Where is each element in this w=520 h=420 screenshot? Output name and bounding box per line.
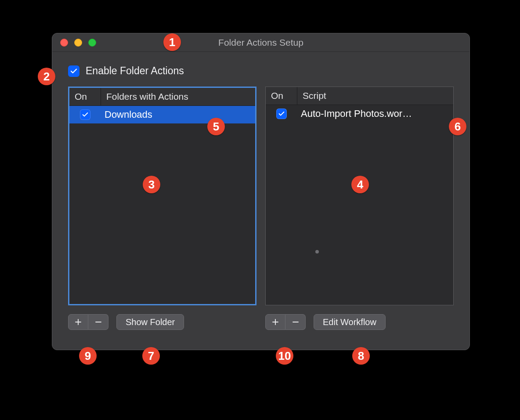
scripts-header: On Script	[266, 87, 453, 105]
callout-6: 6	[449, 118, 466, 135]
edit-workflow-button[interactable]: Edit Workflow	[314, 314, 386, 330]
window-controls	[52, 39, 96, 47]
scripts-list-body: Auto-Import Photos.wor…	[266, 105, 453, 305]
panel-resize-handle[interactable]	[315, 250, 319, 253]
scripts-panel: On Script Auto-Import Photos.wor…	[265, 87, 454, 338]
close-icon[interactable]	[60, 39, 68, 47]
enable-folder-actions-checkbox[interactable]	[68, 65, 79, 77]
titlebar[interactable]: Folder Actions Setup	[52, 33, 469, 52]
callout-10: 10	[276, 347, 293, 365]
folders-add-button[interactable]	[68, 314, 88, 330]
scripts-row[interactable]: Auto-Import Photos.wor…	[266, 105, 453, 123]
folders-row-checkbox[interactable]	[80, 109, 90, 120]
folders-header-main[interactable]: Folders with Actions	[101, 88, 255, 105]
folders-row-name: Downloads	[101, 109, 255, 120]
scripts-listbox[interactable]: On Script Auto-Import Photos.wor…	[265, 87, 454, 305]
folders-header: On Folders with Actions	[69, 88, 255, 106]
folders-add-remove	[68, 314, 108, 330]
folder-actions-setup-window: Folder Actions Setup Enable Folder Actio…	[52, 33, 470, 350]
callout-4: 4	[351, 176, 369, 193]
scripts-row-name: Auto-Import Photos.wor…	[297, 108, 453, 119]
panels: On Folders with Actions Downloads	[68, 87, 454, 338]
callout-3: 3	[143, 176, 160, 193]
callout-8: 8	[352, 347, 370, 365]
folders-list-body: Downloads	[69, 106, 255, 304]
callout-5: 5	[207, 118, 225, 135]
folders-header-on[interactable]: On	[69, 88, 101, 105]
scripts-row-on-cell	[266, 109, 297, 119]
callout-9: 9	[79, 347, 97, 365]
window-content: Enable Folder Actions On Folders with Ac…	[52, 52, 469, 350]
show-folder-button[interactable]: Show Folder	[116, 314, 184, 330]
callout-1: 1	[163, 33, 181, 51]
zoom-icon[interactable]	[88, 39, 96, 47]
minimize-icon[interactable]	[74, 39, 82, 47]
scripts-header-main[interactable]: Script	[297, 87, 453, 105]
folders-row-on-cell	[69, 109, 101, 120]
scripts-remove-button[interactable]	[285, 314, 306, 330]
scripts-add-remove	[265, 314, 306, 330]
scripts-header-on[interactable]: On	[266, 87, 297, 105]
callout-7: 7	[142, 347, 160, 365]
scripts-row-checkbox[interactable]	[276, 109, 287, 119]
scripts-add-button[interactable]	[265, 314, 285, 330]
folders-listbox[interactable]: On Folders with Actions Downloads	[68, 87, 256, 305]
enable-folder-actions-label: Enable Folder Actions	[86, 65, 184, 77]
folders-panel: On Folders with Actions Downloads	[68, 87, 256, 338]
scripts-toolbar: Edit Workflow	[265, 314, 454, 330]
folders-remove-button[interactable]	[88, 314, 108, 330]
folders-toolbar: Show Folder	[68, 314, 256, 330]
window-title: Folder Actions Setup	[52, 37, 469, 48]
enable-folder-actions-row: Enable Folder Actions	[68, 65, 454, 77]
callout-2: 2	[38, 68, 55, 85]
folders-row[interactable]: Downloads	[69, 106, 255, 123]
